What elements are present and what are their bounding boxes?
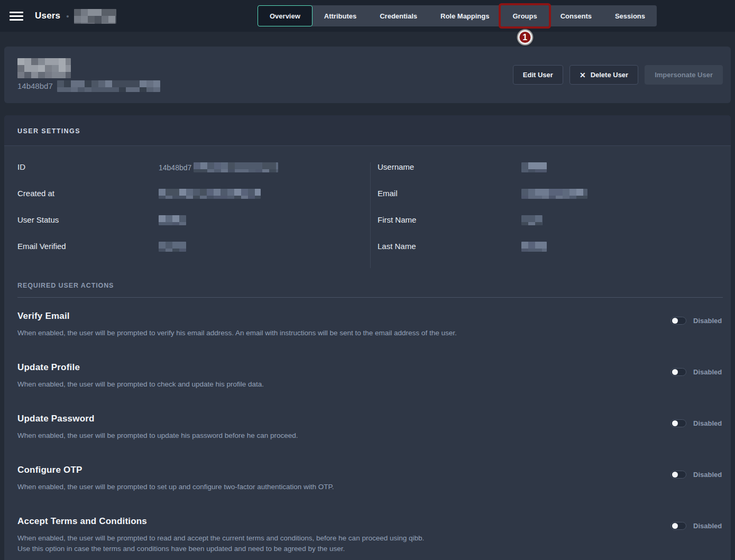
field-row-username: Username	[378, 162, 723, 172]
field-value	[521, 242, 547, 252]
action-description: When enabled, the user will be prompted …	[17, 379, 655, 390]
toggle-state-label: Disabled	[693, 368, 723, 376]
field-row-email: Email	[378, 189, 723, 199]
edit-user-button[interactable]: Edit User	[513, 65, 563, 85]
action-description-line: When enabled, the user will be prompted …	[17, 328, 655, 338]
field-row-user-status: User Status	[17, 215, 370, 225]
tab-overview[interactable]: Overview	[258, 5, 313, 26]
field-value	[521, 215, 543, 225]
toggle-switch-accept-terms-and-conditions[interactable]	[670, 522, 686, 530]
field-label: Last Name	[378, 242, 521, 251]
annotation-step-badge: 1	[518, 30, 532, 44]
action-title: Accept Terms and Conditions	[17, 516, 655, 527]
toggle-state-label: Disabled	[693, 522, 723, 530]
field-row-created-at: Created at	[17, 189, 370, 199]
toggle-knob	[672, 523, 678, 529]
field-value-text: 14b48bd7	[159, 163, 191, 172]
redacted-value	[159, 215, 186, 225]
redacted-value	[159, 189, 261, 199]
tab-label: Sessions	[615, 12, 645, 20]
action-item-verify-email: Verify EmailWhen enabled, the user will …	[17, 311, 723, 338]
button-label: Delete User	[591, 71, 629, 79]
toggle-switch-update-profile[interactable]	[670, 368, 686, 376]
breadcrumb-separator: •	[66, 12, 69, 21]
redacted-value	[521, 215, 543, 225]
action-item-configure-otp: Configure OTPWhen enabled, the user will…	[17, 465, 723, 492]
user-settings-card: USER SETTINGS ID14b48bd7Created atUser S…	[4, 115, 731, 560]
toggle-state-label: Disabled	[693, 419, 723, 427]
field-label: Email	[378, 189, 521, 198]
tab-label: Role Mappings	[440, 12, 489, 20]
tab-groups[interactable]: Groups1	[501, 5, 548, 26]
field-label: Created at	[17, 189, 159, 198]
required-actions-header: REQUIRED USER ACTIONS	[17, 282, 723, 298]
impersonate-user-button: Impersonate User	[645, 65, 723, 85]
toggle-knob	[672, 420, 678, 426]
action-description: When enabled, the user will be prompted …	[17, 533, 655, 554]
tab-consents[interactable]: Consents	[549, 5, 603, 26]
action-item-update-profile: Update ProfileWhen enabled, the user wil…	[17, 362, 723, 390]
action-title: Verify Email	[17, 311, 655, 322]
field-value: 14b48bd7	[159, 162, 278, 172]
toggle-switch-verify-email[interactable]	[670, 317, 686, 325]
field-value	[159, 242, 186, 252]
action-description-line: When enabled, the user will be prompted …	[17, 482, 655, 492]
tab-role-mappings[interactable]: Role Mappings	[429, 5, 501, 26]
action-item-update-password: Update PasswordWhen enabled, the user wi…	[17, 414, 723, 441]
toggle-knob	[672, 318, 678, 324]
redacted-value	[159, 242, 186, 252]
field-value	[521, 162, 547, 172]
required-actions-title: REQUIRED USER ACTIONS	[17, 282, 723, 289]
toggle-switch-configure-otp[interactable]	[670, 471, 686, 479]
delete-user-button[interactable]: ✕Delete User	[569, 65, 638, 85]
action-description-line: Use this option in case the terms and co…	[17, 544, 655, 554]
field-row-first-name: First Name	[378, 215, 723, 225]
toggle-switch-update-password[interactable]	[670, 419, 686, 427]
toggle-state-label: Disabled	[693, 317, 723, 325]
user-id-prefix: 14b48bd7	[17, 81, 53, 90]
tab-label: Groups	[512, 12, 537, 20]
toggle-knob	[672, 369, 678, 375]
fields-column-right: UsernameEmailFirst NameLast Name	[370, 162, 723, 268]
action-description-line: When enabled, the user will be prompted …	[17, 533, 655, 544]
field-row-email-verified: Email Verified	[17, 242, 370, 252]
redacted-value	[521, 162, 547, 172]
tab-label: Consents	[561, 12, 592, 20]
field-value	[159, 215, 186, 225]
field-label: ID	[17, 162, 159, 171]
field-row-id: ID14b48bd7	[17, 162, 370, 172]
user-header-card: 14b48bd7 Edit User✕Delete UserImpersonat…	[4, 47, 731, 103]
redacted-value	[521, 189, 587, 199]
user-settings-fields: ID14b48bd7Created atUser StatusEmail Ver…	[17, 146, 723, 268]
action-item-accept-terms-and-conditions: Accept Terms and ConditionsWhen enabled,…	[17, 516, 723, 554]
breadcrumb-username-redacted	[74, 9, 116, 24]
action-description: When enabled, the user will be prompted …	[17, 328, 655, 338]
user-name-redacted	[17, 58, 71, 78]
x-icon: ✕	[580, 71, 586, 79]
tab-label: Attributes	[324, 12, 356, 20]
tab-attributes[interactable]: Attributes	[313, 5, 368, 26]
action-title: Configure OTP	[17, 465, 655, 475]
user-settings-title: USER SETTINGS	[17, 127, 718, 135]
fields-column-left: ID14b48bd7Created atUser StatusEmail Ver…	[17, 162, 370, 268]
action-description: When enabled, the user will be prompted …	[17, 430, 655, 441]
hamburger-menu-icon[interactable]	[10, 10, 23, 23]
field-label: User Status	[17, 215, 159, 224]
field-value	[521, 189, 587, 199]
action-description-line: When enabled, the user will be prompted …	[17, 379, 655, 390]
tab-sessions[interactable]: Sessions	[603, 5, 657, 26]
action-description-line: When enabled, the user will be prompted …	[17, 430, 655, 441]
button-label: Edit User	[523, 71, 553, 79]
tab-label: Overview	[270, 12, 300, 20]
action-description: When enabled, the user will be prompted …	[17, 482, 655, 492]
tab-bar: OverviewAttributesCredentialsRole Mappin…	[258, 5, 657, 26]
user-id-redacted	[57, 80, 160, 92]
toggle-knob	[672, 472, 678, 478]
topbar: Users • OverviewAttributesCredentialsRol…	[0, 0, 735, 32]
tab-credentials[interactable]: Credentials	[368, 5, 429, 26]
field-row-last-name: Last Name	[378, 242, 723, 252]
breadcrumb: Users	[35, 11, 60, 21]
redacted-value	[194, 162, 278, 172]
field-label: Email Verified	[17, 242, 159, 251]
field-label: First Name	[378, 215, 521, 224]
